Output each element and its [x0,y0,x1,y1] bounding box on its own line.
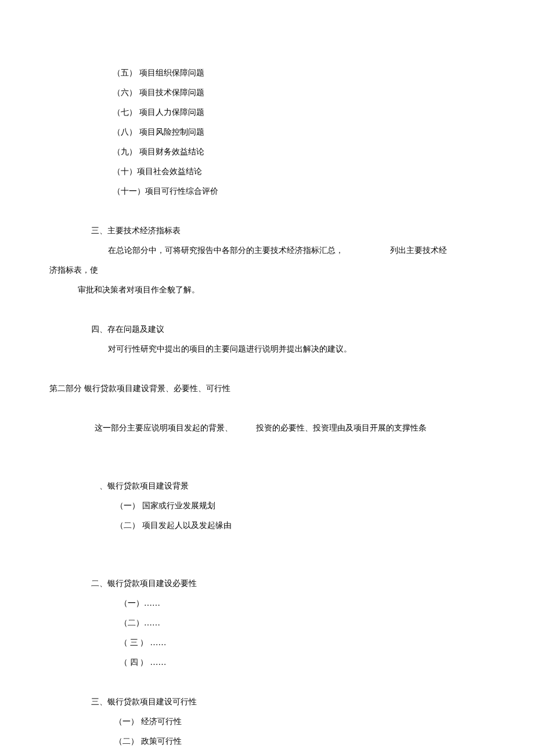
list-item: （十）项目社会效益结论 [0,161,534,181]
text: （一） 经济可行性 [114,715,182,728]
text: （十）项目社会效益结论 [113,165,202,178]
list-item: （三） 技术可行性 [0,751,534,756]
list-item: （二） 政策可行性 [0,731,534,751]
list-item: （九） 项目财务效益结论 [0,142,534,161]
text: （七） 项目人力保障问题 [113,106,204,118]
text: 审批和决策者对项目作全貌了解。 [78,284,200,296]
text: （ 四 ） …… [120,656,167,668]
text: （九） 项目财务效益结论 [113,146,204,158]
text: （二） 项目发起人以及发起缘由 [116,519,232,531]
text: （二）…… [120,617,160,629]
list-item: （七） 项目人力保障问题 [0,102,534,122]
text: 这一部分主要应说明项目发起的背景、 [95,422,233,434]
heading-sec1: 、银行贷款项目建设背景 [0,476,534,495]
text: 第二部分 银行贷款项目建设背景、必要性、可行性 [49,382,230,395]
text: 、银行贷款项目建设背景 [99,480,189,492]
list-item: （五） 项目组织保障问题 [0,63,534,82]
list-item: （八） 项目风险控制问题 [0,122,534,142]
text: （五） 项目组织保障问题 [113,67,204,79]
paragraph-line: 审批和决策者对项目作全貌了解。 [0,280,534,299]
list-item: （一）…… [0,593,534,613]
paragraph-line: 在总论部分中，可将研究报告中各部分的主要技术经济指标汇总， 列出主要技术经 [0,240,534,260]
text: 二、银行贷款项目建设必要性 [91,577,197,589]
paragraph-line: 这一部分主要应说明项目发起的背景、 投资的必要性、投资理由及项目开展的支撑性条 [0,418,534,437]
list-item: （六） 项目技术保障问题 [0,82,534,102]
text: （一） 国家或行业发展规划 [116,500,215,512]
text: 三、主要技术经济指标表 [91,225,181,237]
heading-3: 三、主要技术经济指标表 [0,220,534,240]
text: 列出主要技术经 [390,244,447,256]
paragraph-line: 济指标表，使 [0,260,534,280]
list-item: （十一）项目可行性综合评价 [0,181,534,201]
text: （ 三 ） …… [120,636,167,649]
list-item: （ 四 ） …… [0,652,534,672]
text: （一）…… [120,597,160,609]
heading-sec2: 二、银行贷款项目建设必要性 [0,573,534,593]
list-item: （一） 国家或行业发展规划 [0,495,534,515]
document-page: （五） 项目组织保障问题 （六） 项目技术保障问题 （七） 项目人力保障问题 （… [0,0,534,756]
list-item: （二） 项目发起人以及发起缘由 [0,515,534,535]
text: （二） 政策可行性 [114,735,182,747]
list-item: （一） 经济可行性 [0,711,534,731]
text: （十一）项目可行性综合评价 [113,185,218,197]
part-title: 第二部分 银行贷款项目建设背景、必要性、可行性 [0,378,534,398]
text: （六） 项目技术保障问题 [113,86,204,99]
text: 在总论部分中，可将研究报告中各部分的主要技术经济指标汇总， [108,244,344,256]
text: 对可行性研究中提出的项目的主要问题进行说明并提出解决的建议。 [108,343,352,355]
text: （八） 项目风险控制问题 [113,126,204,138]
text: 三、银行贷款项目建设可行性 [91,696,197,708]
list-item: （ 三 ） …… [0,632,534,652]
list-item: （二）…… [0,613,534,632]
heading-sec3: 三、银行贷款项目建设可行性 [0,692,534,711]
heading-4: 四、存在问题及建议 [0,319,534,339]
text: 投资的必要性、投资理由及项目开展的支撑性条 [256,422,427,434]
text: 济指标表，使 [49,264,98,276]
paragraph-line: 对可行性研究中提出的项目的主要问题进行说明并提出解决的建议。 [0,339,534,359]
text: 四、存在问题及建议 [91,323,164,335]
